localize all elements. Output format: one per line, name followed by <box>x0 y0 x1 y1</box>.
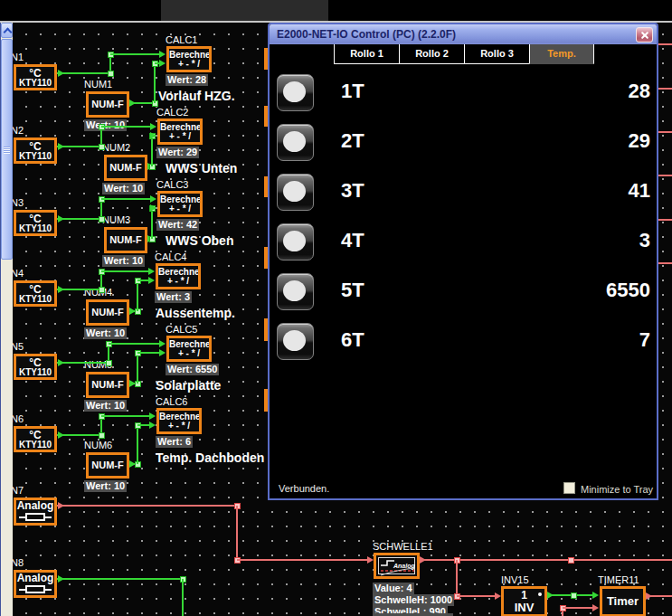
tab-rollo-2[interactable]: Rollo 2 <box>399 44 464 64</box>
berechner-node[interactable]: Berechner+ - * / <box>156 263 201 289</box>
junction-handle[interactable] <box>106 360 112 366</box>
junction-handle[interactable] <box>568 557 574 564</box>
kty110-sensor-node[interactable]: °CKTY110 <box>14 210 57 236</box>
canvas-vscrollbar[interactable] <box>0 23 13 616</box>
input-label: IN5 <box>13 341 24 353</box>
io-toggle-button[interactable] <box>277 323 314 360</box>
tab-rollo-1[interactable]: Rollo 1 <box>334 44 399 64</box>
io-row: 1T28 <box>270 74 657 114</box>
num-wert-value: Wert: 10 <box>102 183 145 194</box>
wire-segment <box>101 270 150 272</box>
dialog-titlebar[interactable]: E2000-NET-IO Control (PC) (2.2.0F) <box>270 24 657 45</box>
wire-arrow-icon <box>159 349 166 356</box>
input-label: IN3 <box>13 197 24 209</box>
tab-temp[interactable]: Temp. <box>529 44 594 64</box>
kty110-sensor-node[interactable]: °CKTY110 <box>14 280 57 307</box>
junction-handle[interactable] <box>99 216 105 223</box>
wire-segment <box>137 425 138 464</box>
inv-node[interactable]: 1INV <box>501 586 547 616</box>
num-f-node[interactable]: NUM-F <box>104 227 147 253</box>
tab-strip: Rollo 1Rollo 2Rollo 3Temp. <box>270 44 657 65</box>
wire-arrow-icon <box>149 422 156 429</box>
analog-input-node[interactable]: Analog <box>14 498 57 526</box>
wire-stub <box>657 131 672 133</box>
wire-segment <box>101 198 152 200</box>
control-dialog[interactable]: E2000-NET-IO Control (PC) (2.2.0F) Rollo… <box>268 23 658 500</box>
num-f-node[interactable]: NUM-F <box>104 155 147 181</box>
wire-segment <box>57 289 101 290</box>
close-button[interactable] <box>636 27 653 43</box>
num-f-node[interactable]: NUM-F <box>86 452 129 479</box>
io-row-value: 28 <box>629 80 650 103</box>
top-window-strip <box>0 0 672 21</box>
wire-arrow-icon <box>148 277 155 284</box>
kty110-sensor-node[interactable]: °CKTY110 <box>14 137 57 164</box>
scroll-thumb[interactable] <box>1 39 13 260</box>
row-caption: WWS Unten <box>166 162 237 175</box>
wire-segment <box>109 343 161 345</box>
junction-handle[interactable] <box>99 144 105 150</box>
wire-arrow-icon <box>150 204 156 212</box>
junction-handle[interactable] <box>571 592 577 599</box>
berechner-node[interactable]: Berechner+ - * / <box>166 336 212 362</box>
num-node-label: NUM1 <box>84 79 112 90</box>
row-caption: Temp. Dachboden <box>156 451 264 465</box>
resistor-icon <box>16 513 54 522</box>
wire-stub <box>657 262 672 264</box>
num-f-node[interactable]: NUM-F <box>86 91 129 118</box>
num-wert-value: Wert: 10 <box>102 255 145 267</box>
wire-arrow-icon <box>150 195 156 203</box>
io-toggle-button[interactable] <box>277 124 314 161</box>
timer-node[interactable]: Timer <box>600 586 646 616</box>
wire-segment <box>137 353 138 384</box>
row-caption: Aussentemp. <box>156 307 235 320</box>
junction-handle[interactable] <box>99 287 105 293</box>
wire-arrow-icon <box>592 604 599 611</box>
input-label: IN8 <box>13 557 24 569</box>
io-toggle-button[interactable] <box>277 273 314 310</box>
wire-segment <box>137 280 138 311</box>
minimize-to-tray-checkbox[interactable] <box>563 482 575 494</box>
wire-stub <box>657 219 672 221</box>
wire-segment <box>646 595 672 597</box>
kty110-sensor-node[interactable]: °CKTY110 <box>14 426 57 452</box>
schwelle-node[interactable]: Analog <box>374 553 420 579</box>
resistor-icon <box>16 585 54 594</box>
io-row-value: 29 <box>629 129 650 153</box>
io-row: 6T7 <box>270 323 657 363</box>
wire-arrow-icon <box>159 340 166 347</box>
wire-arrow-icon <box>149 412 156 420</box>
junction-handle[interactable] <box>99 432 105 439</box>
wire-segment <box>151 136 153 166</box>
tab-rollo-3[interactable]: Rollo 3 <box>464 44 529 64</box>
input-label: IN2 <box>13 125 24 137</box>
berechner-node[interactable]: Berechner+ - * / <box>157 191 203 217</box>
scroll-up-button[interactable] <box>1 23 13 38</box>
calc-wert-value: Wert: 6 <box>156 436 193 448</box>
num-wert-value: Wert: 10 <box>84 327 127 339</box>
berechner-node[interactable]: Berechner+ - * / <box>166 46 212 72</box>
kty110-sensor-node[interactable]: °CKTY110 <box>14 64 57 90</box>
num-f-node[interactable]: NUM-F <box>86 299 129 326</box>
calc-node-label: CALC2 <box>156 107 188 118</box>
num-f-node[interactable]: NUM-F <box>86 372 129 398</box>
wire-segment <box>236 506 238 560</box>
analog-input-node[interactable]: Analog <box>14 570 57 598</box>
berechner-node[interactable]: Berechner+ - * / <box>157 118 203 145</box>
io-row-value: 6550 <box>606 279 650 302</box>
io-toggle-button[interactable] <box>277 74 314 111</box>
junction-handle[interactable] <box>108 71 114 77</box>
calc-node-label: CALC3 <box>156 179 188 191</box>
wire-segment <box>457 595 496 597</box>
berechner-node[interactable]: Berechner+ - * / <box>156 408 202 434</box>
wire-segment <box>101 126 152 128</box>
io-toggle-button[interactable] <box>277 174 314 211</box>
io-row-value: 41 <box>629 179 650 203</box>
kty110-sensor-node[interactable]: °CKTY110 <box>14 354 57 380</box>
io-row: 2T29 <box>270 124 657 164</box>
wire-arrow-icon <box>150 123 156 130</box>
wire-segment <box>101 415 151 417</box>
wire-segment <box>57 362 109 364</box>
wire-segment <box>57 72 110 74</box>
io-toggle-button[interactable] <box>277 223 314 261</box>
